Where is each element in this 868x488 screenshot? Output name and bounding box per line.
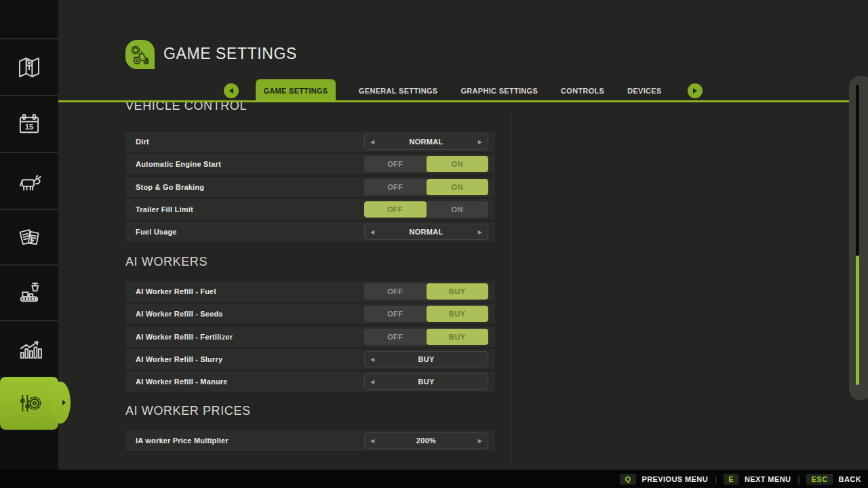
arrow-right-icon[interactable]: ▶ <box>478 224 482 239</box>
option-selector[interactable]: ◀BUY <box>364 351 488 367</box>
settings-row: AI Worker Refill - FuelOFFBUY <box>125 281 495 302</box>
right-arrow-icon <box>62 400 66 405</box>
game-settings-screen: 15 <box>0 0 868 488</box>
hint-separator: | <box>715 474 717 484</box>
page-title: GAME SETTINGS <box>163 45 297 63</box>
settings-row: IA worker Price Multiplier◀200%▶ <box>125 430 495 451</box>
sidebar: 15 <box>0 0 58 470</box>
setting-label: Trailer Fill Limit <box>136 199 193 220</box>
tractor-gear-icon <box>129 43 152 66</box>
toggle-option-off[interactable]: OFF <box>364 201 427 218</box>
toggle-option-off[interactable]: OFF <box>364 283 427 300</box>
hint-separator: | <box>797 474 800 484</box>
map-icon <box>15 53 43 81</box>
setting-label: IA worker Price Multiplier <box>136 430 229 451</box>
tab-graphic-settings[interactable]: GRAPHIC SETTINGS <box>460 87 538 95</box>
tab-devices[interactable]: DEVICES <box>627 87 661 95</box>
setting-label: Stop & Go Braking <box>136 177 204 197</box>
sidebar-item-blank <box>0 0 58 37</box>
toggle-option-on[interactable]: ON <box>427 179 489 195</box>
setting-label: Dirt <box>136 131 149 152</box>
setting-label: AI Worker Refill - Slurry <box>136 349 222 369</box>
sidebar-item-animals[interactable] <box>0 152 58 209</box>
arrow-right-icon[interactable]: ▶ <box>478 433 482 448</box>
toggle-switch[interactable]: OFFON <box>364 156 488 172</box>
settings-row: Fuel Usage◀NORMAL▶ <box>125 222 495 242</box>
tab-game-settings[interactable]: GAME SETTINGS <box>256 79 336 102</box>
hint-label: BACK <box>839 475 861 483</box>
toggle-option-off[interactable]: OFF <box>364 156 427 172</box>
sidebar-item-statistics[interactable] <box>0 320 58 377</box>
setting-label: AI Worker Refill - Fertilizer <box>136 327 233 347</box>
setting-label: Fuel Usage <box>136 222 177 242</box>
hint-next-menu: E NEXT MENU <box>724 474 791 485</box>
selector-value: NORMAL <box>365 134 488 149</box>
toggle-switch[interactable]: OFFBUY <box>364 283 488 300</box>
option-selector[interactable]: ◀NORMAL▶ <box>364 134 488 150</box>
toggle-option-on[interactable]: ON <box>427 156 489 172</box>
section-title: VEHICLE CONTROL <box>125 102 247 114</box>
selector-value: NORMAL <box>365 224 488 239</box>
toggle-option-off[interactable]: OFF <box>364 306 427 322</box>
option-selector[interactable]: ◀200%▶ <box>364 432 488 449</box>
toggle-option-buy[interactable]: BUY <box>427 329 489 345</box>
option-selector[interactable]: ◀NORMAL▶ <box>364 224 488 240</box>
calendar-day-label: 15 <box>25 123 34 131</box>
setting-label: AI Worker Refill - Seeds <box>136 304 223 324</box>
tab-bar: GAME SETTINGSGENERAL SETTINGSGRAPHIC SET… <box>224 79 703 102</box>
key-q-badge: Q <box>620 474 635 485</box>
hint-label: NEXT MENU <box>745 475 791 483</box>
option-selector[interactable]: ◀BUY <box>364 373 488 390</box>
left-arrow-icon <box>229 88 233 94</box>
sidebar-item-calendar[interactable]: 15 <box>0 95 58 152</box>
documents-icon <box>15 223 43 251</box>
page-icon <box>125 40 155 69</box>
toggle-switch[interactable]: OFFBUY <box>364 306 488 322</box>
sidebar-item-prices[interactable] <box>0 209 58 264</box>
sidebar-item-production[interactable] <box>0 264 58 320</box>
toggle-option-buy[interactable]: BUY <box>427 306 489 322</box>
section-title: AI WORKER PRICES <box>125 403 251 419</box>
tab-general-settings[interactable]: GENERAL SETTINGS <box>359 87 437 95</box>
settings-row: AI Worker Refill - Slurry◀BUY <box>125 349 495 369</box>
bottom-hint-bar: Q PREVIOUS MENU | E NEXT MENU | ESC BACK <box>0 470 868 488</box>
hint-label: PREVIOUS MENU <box>642 475 709 483</box>
selector-value: 200% <box>365 433 488 448</box>
hint-back: ESC BACK <box>806 474 861 485</box>
cow-icon <box>15 167 43 195</box>
toggle-switch[interactable]: OFFON <box>364 179 488 195</box>
sidebar-item-map[interactable] <box>0 38 58 95</box>
sidebar-active-indicator <box>50 382 71 424</box>
tab-controls[interactable]: CONTROLS <box>561 87 604 95</box>
tabs-prev-button[interactable] <box>224 83 239 98</box>
toggle-option-off[interactable]: OFF <box>364 329 427 345</box>
toggle-switch[interactable]: OFFON <box>364 201 488 218</box>
setting-label: AI Worker Refill - Manure <box>136 371 228 392</box>
tabs-next-button[interactable] <box>688 83 703 98</box>
settings-row: AI Worker Refill - SeedsOFFBUY <box>125 304 495 324</box>
statistics-icon <box>15 335 43 363</box>
toggle-option-on[interactable]: ON <box>427 201 489 218</box>
arrow-right-icon[interactable]: ▶ <box>478 134 482 149</box>
key-esc-badge: ESC <box>806 474 832 485</box>
toggle-option-buy[interactable]: BUY <box>427 283 489 300</box>
calendar-icon: 15 <box>15 110 43 138</box>
section-title: AI WORKERS <box>125 253 208 270</box>
settings-row: AI Worker Refill - FertilizerOFFBUY <box>125 327 495 347</box>
settings-row: Dirt◀NORMAL▶ <box>125 131 495 152</box>
production-icon <box>15 279 43 307</box>
scrollbar-thumb[interactable] <box>856 256 859 385</box>
settings-row: AI Worker Refill - Manure◀BUY <box>125 371 495 392</box>
hint-previous-menu: Q PREVIOUS MENU <box>620 474 708 485</box>
setting-label: Automatic Engine Start <box>136 154 221 174</box>
selector-value: BUY <box>365 374 488 389</box>
settings-row: Trailer Fill LimitOFFON <box>125 199 495 220</box>
selector-value: BUY <box>365 352 488 367</box>
key-e-badge: E <box>724 474 738 485</box>
settings-row: Stop & Go BrakingOFFON <box>125 177 495 197</box>
toggle-option-off[interactable]: OFF <box>364 179 427 195</box>
settings-row: Automatic Engine StartOFFON <box>125 154 495 174</box>
panel-divider <box>510 110 511 463</box>
toggle-switch[interactable]: OFFBUY <box>364 329 488 345</box>
settings-sliders-gear-icon <box>15 389 43 418</box>
